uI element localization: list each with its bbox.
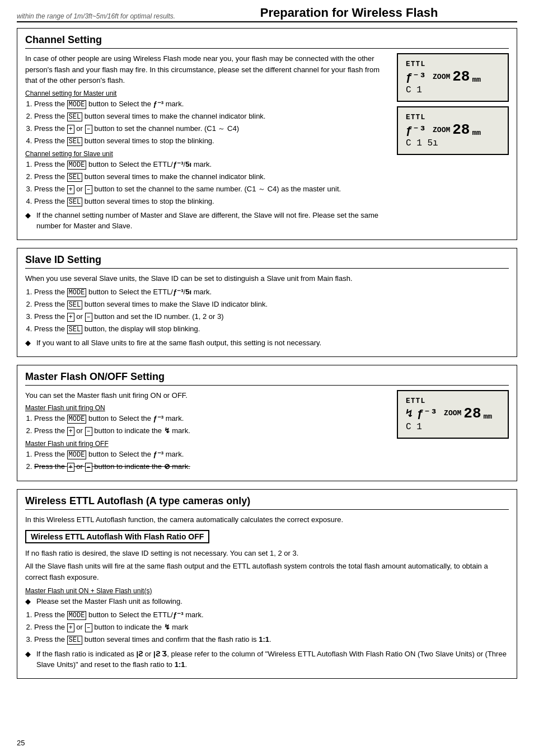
master-channel-steps: Press the MODE button to Select the ƒ⁻³ …: [34, 98, 389, 147]
bullet-icon: ◆: [25, 210, 33, 232]
lcd1-ettl: ETTL: [406, 60, 500, 68]
plus-btn: +: [67, 185, 74, 194]
wireless-steps: Press the MODE button to Select the ETTL…: [34, 609, 509, 645]
lcd2-line2: ƒ⁻³ ZOOM 28 mm: [406, 121, 500, 138]
channel-setting-title: Channel Setting: [25, 34, 509, 49]
top-bar: within the range of 1m/3ft~5m/16ft for o…: [17, 6, 517, 22]
minus-btn: –: [85, 313, 92, 322]
lcd-box-3: ETTL ↯ ƒ⁻³ ZOOM 28 mm C 1: [397, 390, 509, 439]
mode-btn: MODE: [67, 611, 87, 620]
mode-btn: MODE: [67, 161, 87, 170]
lcd2-mm: mm: [472, 129, 481, 137]
master-flash-on-label: Master Flash unit firing ON: [25, 404, 389, 412]
page-number: 25: [17, 739, 25, 747]
channel-setting-inner: In case of other people are using Wirele…: [25, 53, 509, 234]
minus-btn: –: [85, 463, 92, 472]
minus-btn: –: [85, 623, 92, 632]
bullet-icon: ◆: [25, 649, 33, 670]
sel-btn: SEL: [67, 112, 83, 121]
master-flash-inner: You can set the Master flash unit firing…: [25, 390, 509, 476]
lcd2-line3: C 1 5ı: [406, 138, 500, 148]
lcd1-zoom: ZOOM: [433, 73, 450, 81]
list-item: Press the + or – button to indicate the …: [34, 622, 509, 633]
lcd3-zoom: ZOOM: [444, 409, 461, 417]
slave-id-steps: Press the MODE button to Select the ETTL…: [34, 287, 509, 335]
list-item: Press the MODE button to Select the ETTL…: [34, 287, 509, 298]
mode-btn: MODE: [67, 415, 87, 424]
minus-btn: –: [85, 125, 92, 134]
lcd2-ettl: ETTL: [406, 113, 500, 121]
list-item: Press the SEL button several times and c…: [34, 634, 509, 645]
lcd-box-2: ETTL ƒ⁻³ ZOOM 28 mm C 1 5ı: [397, 106, 509, 155]
slave-channel-label: Channel setting for Slave unit: [25, 150, 389, 158]
lcd3-symbol: ƒ⁻³: [417, 406, 437, 420]
master-channel-label: Channel setting for Master unit: [25, 90, 389, 97]
subsection1-text1: If no flash ratio is desired, the slave …: [25, 548, 509, 559]
lcd1-channel: C 1: [406, 85, 422, 95]
list-item: Press the SEL button, the display will s…: [34, 323, 509, 335]
list-item: Press the + or – button to indicate the …: [34, 461, 389, 472]
master-flash-off-steps: Press the MODE button to Select the ƒ⁻³ …: [34, 449, 389, 472]
list-item: Press the MODE button to Select the ƒ⁻³ …: [34, 98, 389, 110]
wireless-ettl-intro: In this Wireless ETTL Autoflash function…: [25, 514, 509, 525]
sel-btn: SEL: [67, 636, 83, 645]
lcd1-mm: mm: [472, 76, 481, 84]
wireless-note-text: If the flash ratio is indicated as |Ƨ or…: [36, 649, 509, 670]
slave-id-intro: When you use several Slave units, the Sl…: [25, 273, 509, 284]
channel-note: ◆ If the channel setting number of Maste…: [25, 210, 389, 232]
list-item: Press the SEL button several times to st…: [34, 196, 389, 207]
plus-btn: +: [67, 427, 74, 436]
channel-setting-intro: In case of other people are using Wirele…: [25, 53, 389, 86]
slave-id-note-text: If you want to all Slave units to fire a…: [36, 337, 321, 349]
lcd1-symbol: ƒ⁻³: [406, 70, 426, 84]
bullet-icon: ◆: [25, 596, 33, 607]
list-item: Press the + or – button to set the chann…: [34, 123, 389, 134]
slave-id-note: ◆ If you want to all Slave units to fire…: [25, 337, 509, 349]
master-flash-title: Master Flash ON/OFF Setting: [25, 371, 509, 386]
lcd3-line3: C 1: [406, 422, 500, 432]
list-item: Press the SEL button several times to ma…: [34, 111, 389, 122]
slave-id-section: Slave ID Setting When you use several Sl…: [17, 248, 517, 357]
subsection1-title: Wireless ETTL Autoflash With Flash Ratio…: [25, 530, 209, 543]
lcd2-zoom: ZOOM: [433, 126, 450, 134]
top-bar-left: within the range of 1m/3ft~5m/16ft for o…: [17, 12, 181, 20]
master-flash-section: Master Flash ON/OFF Setting You can set …: [17, 365, 517, 482]
wireless-bullet1-text: Please set the Master Flash unit as foll…: [36, 596, 182, 607]
wireless-ettl-section: Wireless ETTL Autoflash (A type cameras …: [17, 489, 517, 679]
channel-setting-text: In case of other people are using Wirele…: [25, 53, 389, 234]
list-item: Press the MODE button to Select the ETTL…: [34, 609, 509, 621]
lcd3-mm: mm: [484, 412, 493, 421]
list-item: Press the + or – button to indicate the …: [34, 425, 389, 436]
lcd3-ettl: ETTL: [406, 397, 500, 405]
lcd3-num: 28: [463, 405, 481, 422]
page: within the range of 1m/3ft~5m/16ft for o…: [0, 0, 534, 756]
sel-btn: SEL: [67, 300, 83, 309]
bullet-icon: ◆: [25, 337, 33, 349]
list-item: Press the MODE button to Select the ƒ⁻³ …: [34, 449, 389, 460]
list-item: Press the + or – button and set the ID n…: [34, 311, 509, 322]
lcd2-channel: C 1 5ı: [406, 138, 438, 148]
master-slave-label: Master Flash unit ON + Slave Flash unit(…: [25, 587, 509, 595]
master-flash-on-steps: Press the MODE button to Select the ƒ⁻³ …: [34, 413, 389, 436]
plus-btn: +: [67, 313, 74, 322]
sel-btn2: SEL: [67, 137, 83, 146]
list-item: Press the SEL button several times to st…: [34, 135, 389, 147]
mode-btn: MODE: [67, 288, 87, 297]
wireless-ettl-title: Wireless ETTL Autoflash (A type cameras …: [25, 495, 509, 510]
sel-btn2: SEL: [67, 325, 83, 334]
subsection1-text2: All the Slave flash units will fire at t…: [25, 561, 509, 583]
lcd3-line2: ↯ ƒ⁻³ ZOOM 28 mm: [406, 405, 500, 422]
mode-btn: MODE: [67, 100, 87, 109]
sel-btn: SEL: [67, 173, 83, 182]
list-item: Press the MODE button to Select the ƒ⁻³ …: [34, 413, 389, 424]
lcd3-channel: C 1: [406, 422, 422, 432]
channel-setting-section: Channel Setting In case of other people …: [17, 28, 517, 240]
minus-btn: –: [85, 185, 92, 194]
lcd2-num: 28: [452, 121, 470, 138]
channel-note-text: If the channel setting number of Master …: [36, 210, 389, 232]
lcd1-num: 28: [452, 68, 470, 85]
list-item: Press the SEL button several times to ma…: [34, 171, 389, 182]
plus-btn: +: [67, 125, 74, 134]
plus-btn: +: [67, 623, 74, 632]
wireless-bullet1: ◆ Please set the Master Flash unit as fo…: [25, 596, 509, 607]
